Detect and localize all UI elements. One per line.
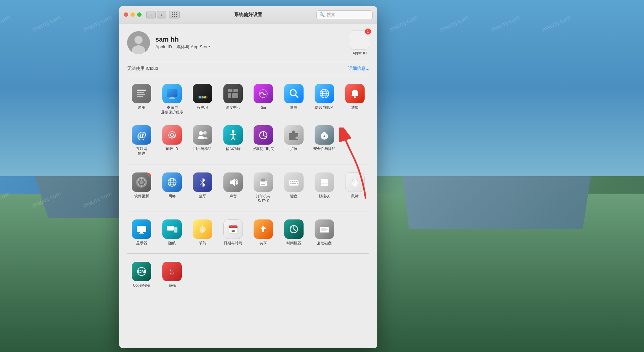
forward-button[interactable]: › (157, 11, 166, 18)
profile-name: sam hh (155, 36, 210, 43)
apple-id-widget[interactable]: 1 Apple ID (350, 30, 369, 55)
java-icon (162, 262, 182, 281)
close-button[interactable] (124, 12, 128, 17)
svg-point-1 (135, 36, 143, 44)
icons-grid-1: 通用 桌面与屏幕保护程序 程序坞 调度中心 (127, 81, 369, 117)
svg-rect-57 (261, 179, 265, 182)
icon-item-lang[interactable]: 语言与地区 (310, 81, 339, 117)
icon-item-extensions[interactable]: 扩展 (279, 122, 309, 158)
startup-icon (315, 219, 334, 239)
system-preferences-window: ‹ › 系统偏好设置 🔍 搜索 (119, 6, 377, 348)
software-icon: ! (132, 172, 151, 192)
icon-item-users[interactable]: 用户与群组 (188, 122, 217, 158)
network-label: 网络 (168, 194, 176, 199)
icon-item-printers[interactable]: 打印机与扫描仪 (249, 170, 278, 206)
sidecar-icon (162, 219, 182, 239)
icon-item-network[interactable]: 网络 (158, 170, 187, 206)
svg-rect-85 (231, 225, 232, 227)
bluetooth-label: 蓝牙 (199, 194, 206, 199)
apple-id-icon: 1 (350, 30, 369, 50)
icon-item-notify[interactable]: 通知 (340, 81, 369, 117)
svg-rect-77 (167, 226, 174, 231)
profile-subtitle: Apple ID、媒体与 App Store (155, 44, 210, 50)
icons-grid-2: @ 互联网帐户 触控 ID 用户与群组 辅助功能 (127, 122, 369, 158)
icon-item-desktop[interactable]: 桌面与屏幕保护程序 (158, 81, 187, 117)
icon-item-bluetooth[interactable]: 蓝牙 (188, 170, 217, 206)
datetime-icon: 18 (223, 219, 243, 239)
icon-item-mouse[interactable]: 鼠标 (340, 170, 369, 206)
icon-item-spotlight[interactable]: 聚焦 (279, 81, 309, 117)
sharing-icon (254, 219, 273, 239)
avatar[interactable] (127, 31, 150, 54)
minimize-button[interactable] (130, 12, 135, 17)
icloud-details-link[interactable]: 详细信息... (348, 65, 369, 71)
svg-rect-91 (320, 232, 329, 233)
icon-item-touchid[interactable]: 触控 ID (158, 122, 187, 158)
icon-item-java[interactable]: Java (158, 259, 187, 291)
icon-item-sound[interactable]: 声音 (218, 170, 248, 206)
icons-grid-5: CM CodeMeter Java (127, 259, 369, 291)
icon-item-trackpad[interactable]: 触控板 (310, 170, 339, 206)
users-label: 用户与群组 (193, 147, 212, 151)
icon-item-security[interactable]: 安全性与隐私 (310, 122, 339, 158)
energy-label: 节能 (199, 241, 206, 246)
icon-item-sharing[interactable]: 共享 (249, 217, 278, 248)
svg-point-60 (266, 182, 267, 183)
titlebar: ‹ › 系统偏好设置 🔍 搜索 (119, 6, 377, 23)
preferences-content: sam hh Apple ID、媒体与 App Store 1 Apple ID… (119, 23, 377, 348)
icon-item-keyboard[interactable]: 键盘 (279, 170, 309, 206)
sharing-label: 共享 (260, 241, 267, 246)
icon-item-software[interactable]: ! 软件更新 (127, 170, 156, 206)
network-icon (162, 172, 182, 192)
avatar-image (127, 31, 150, 54)
mouse-icon (345, 172, 365, 192)
icon-item-displays[interactable]: 显示器 (127, 217, 156, 248)
icon-item-energy[interactable]: 节能 (188, 217, 217, 248)
svg-rect-14 (204, 96, 206, 98)
icon-item-general[interactable]: 通用 (127, 81, 156, 117)
search-box[interactable]: 🔍 搜索 (316, 10, 373, 19)
back-button[interactable]: ‹ (146, 11, 156, 18)
svg-rect-74 (137, 226, 146, 232)
icon-item-mission[interactable]: 调度中心 (218, 81, 248, 117)
icon-item-internet[interactable]: @ 互联网帐户 (127, 122, 156, 158)
siri-label: Siri (261, 105, 266, 110)
grid-view-button[interactable] (169, 11, 180, 18)
energy-icon (193, 219, 212, 239)
svg-rect-66 (290, 183, 291, 184)
apple-id-badge: 1 (365, 29, 371, 35)
maximize-button[interactable] (137, 12, 142, 17)
icon-item-sidecar[interactable]: 随航 (158, 217, 187, 248)
icon-item-datetime[interactable]: 18 日期与时间 (218, 217, 248, 248)
icon-item-access[interactable]: 辅助功能 (218, 122, 248, 158)
icon-item-timemachine[interactable]: 时间机器 (279, 217, 309, 248)
sidecar-label: 随航 (168, 241, 176, 246)
svg-line-34 (231, 138, 233, 140)
icon-item-screen-time[interactable]: 屏幕使用时间 (249, 122, 278, 158)
screen-time-icon (254, 125, 273, 145)
general-label: 通用 (138, 105, 145, 110)
icon-item-codemeter[interactable]: CM CodeMeter (127, 259, 156, 291)
svg-line-35 (233, 138, 235, 140)
icon-item-startup[interactable]: 启动磁盘 (310, 217, 339, 248)
mission-icon (223, 84, 243, 103)
svg-rect-62 (290, 181, 291, 182)
svg-rect-78 (174, 227, 177, 233)
keyboard-icon (284, 172, 304, 192)
svg-rect-86 (234, 225, 235, 227)
desktop-label: 桌面与屏幕保护程序 (161, 105, 183, 114)
profile-info: sam hh Apple ID、媒体与 App Store (155, 36, 210, 50)
icon-item-dock[interactable]: 程序坞 (188, 81, 217, 117)
icon-item-siri[interactable]: Siri (249, 81, 278, 117)
displays-label: 显示器 (136, 241, 147, 246)
svg-point-45 (141, 178, 143, 180)
codemeter-label: CodeMeter (133, 283, 150, 288)
lang-label: 语言与地区 (315, 105, 333, 110)
keyboard-label: 键盘 (290, 194, 298, 199)
desktop-icon (162, 84, 182, 103)
internet-label: 互联网帐户 (136, 147, 147, 156)
timemachine-icon (284, 219, 304, 239)
divider-1 (127, 164, 369, 164)
svg-rect-83 (229, 227, 237, 228)
svg-point-44 (140, 180, 144, 184)
